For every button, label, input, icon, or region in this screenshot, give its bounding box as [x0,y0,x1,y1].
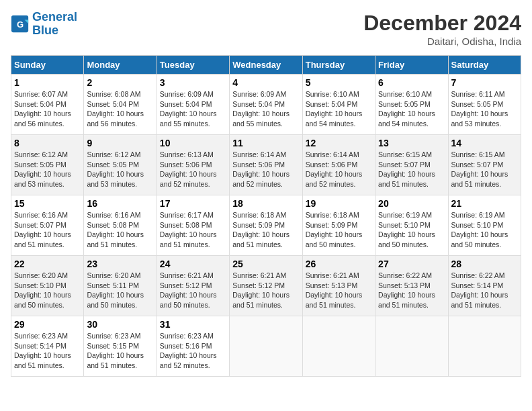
day-cell: 17Sunrise: 6:17 AM Sunset: 5:08 PM Dayli… [157,195,229,256]
day-number: 22 [14,259,81,269]
day-number: 30 [87,319,153,330]
header-wednesday: Wednesday [230,56,302,75]
day-info: Sunrise: 6:12 AM Sunset: 5:05 PM Dayligh… [87,150,153,189]
day-cell [375,316,448,377]
day-number: 13 [378,138,445,148]
calendar-table: SundayMondayTuesdayWednesdayThursdayFrid… [11,55,521,377]
day-cell: 30Sunrise: 6:23 AM Sunset: 5:15 PM Dayli… [84,316,157,377]
day-number: 8 [14,138,81,148]
day-cell: 5Sunrise: 6:10 AM Sunset: 5:04 PM Daylig… [302,75,375,135]
day-info: Sunrise: 6:11 AM Sunset: 5:05 PM Dayligh… [451,89,518,129]
day-cell: 4Sunrise: 6:09 AM Sunset: 5:04 PM Daylig… [230,75,302,135]
header-friday: Friday [375,56,448,75]
week-row-2: 8Sunrise: 6:12 AM Sunset: 5:05 PM Daylig… [11,135,521,195]
calendar-header-row: SundayMondayTuesdayWednesdayThursdayFrid… [11,56,521,75]
day-info: Sunrise: 6:09 AM Sunset: 5:04 PM Dayligh… [232,89,299,129]
logo-text: General Blue [32,11,77,38]
day-info: Sunrise: 6:18 AM Sunset: 5:09 PM Dayligh… [232,210,299,250]
day-cell [302,316,375,377]
day-cell: 24Sunrise: 6:21 AM Sunset: 5:12 PM Dayli… [157,256,229,316]
day-cell: 15Sunrise: 6:16 AM Sunset: 5:07 PM Dayli… [11,195,84,256]
day-cell: 2Sunrise: 6:08 AM Sunset: 5:04 PM Daylig… [84,75,157,135]
day-number: 23 [87,259,153,269]
day-cell [448,316,521,377]
day-info: Sunrise: 6:12 AM Sunset: 5:05 PM Dayligh… [14,150,81,189]
day-number: 18 [232,198,299,209]
subtitle: Daitari, Odisha, India [363,36,521,47]
day-info: Sunrise: 6:09 AM Sunset: 5:04 PM Dayligh… [160,89,226,129]
day-number: 24 [160,259,226,269]
day-info: Sunrise: 6:20 AM Sunset: 5:10 PM Dayligh… [14,271,81,310]
day-info: Sunrise: 6:16 AM Sunset: 5:07 PM Dayligh… [14,210,81,250]
day-number: 28 [451,259,518,269]
day-number: 11 [232,138,299,148]
day-info: Sunrise: 6:18 AM Sunset: 5:09 PM Dayligh… [306,210,372,250]
logo: G General Blue [11,11,77,38]
day-cell: 9Sunrise: 6:12 AM Sunset: 5:05 PM Daylig… [84,135,157,195]
day-number: 10 [160,138,226,148]
day-cell: 14Sunrise: 6:15 AM Sunset: 5:07 PM Dayli… [448,135,521,195]
day-cell: 29Sunrise: 6:23 AM Sunset: 5:14 PM Dayli… [11,316,84,377]
day-info: Sunrise: 6:22 AM Sunset: 5:14 PM Dayligh… [451,271,518,310]
page-header: G General Blue December 2024 Daitari, Od… [11,11,521,47]
day-cell: 26Sunrise: 6:21 AM Sunset: 5:13 PM Dayli… [302,256,375,316]
day-info: Sunrise: 6:21 AM Sunset: 5:13 PM Dayligh… [306,271,372,310]
day-info: Sunrise: 6:10 AM Sunset: 5:05 PM Dayligh… [378,89,445,129]
day-cell: 3Sunrise: 6:09 AM Sunset: 5:04 PM Daylig… [157,75,229,135]
day-cell: 12Sunrise: 6:14 AM Sunset: 5:06 PM Dayli… [302,135,375,195]
day-info: Sunrise: 6:10 AM Sunset: 5:04 PM Dayligh… [306,89,372,129]
day-cell: 13Sunrise: 6:15 AM Sunset: 5:07 PM Dayli… [375,135,448,195]
day-cell: 28Sunrise: 6:22 AM Sunset: 5:14 PM Dayli… [448,256,521,316]
day-info: Sunrise: 6:21 AM Sunset: 5:12 PM Dayligh… [160,271,226,310]
day-number: 29 [14,319,81,330]
day-info: Sunrise: 6:20 AM Sunset: 5:11 PM Dayligh… [87,271,153,310]
day-number: 17 [160,198,226,209]
day-number: 21 [451,198,518,209]
day-cell [230,316,302,377]
week-row-1: 1Sunrise: 6:07 AM Sunset: 5:04 PM Daylig… [11,75,521,135]
header-saturday: Saturday [448,56,521,75]
day-number: 9 [87,138,153,148]
week-row-4: 22Sunrise: 6:20 AM Sunset: 5:10 PM Dayli… [11,256,521,316]
day-cell: 10Sunrise: 6:13 AM Sunset: 5:06 PM Dayli… [157,135,229,195]
day-number: 27 [378,259,445,269]
day-number: 3 [160,77,226,88]
day-info: Sunrise: 6:08 AM Sunset: 5:04 PM Dayligh… [87,89,153,129]
day-number: 7 [451,77,518,88]
day-info: Sunrise: 6:21 AM Sunset: 5:12 PM Dayligh… [232,271,299,310]
day-number: 6 [378,77,445,88]
day-number: 12 [306,138,372,148]
day-number: 26 [306,259,372,269]
day-cell: 22Sunrise: 6:20 AM Sunset: 5:10 PM Dayli… [11,256,84,316]
header-thursday: Thursday [302,56,375,75]
day-info: Sunrise: 6:15 AM Sunset: 5:07 PM Dayligh… [451,150,518,189]
day-info: Sunrise: 6:23 AM Sunset: 5:14 PM Dayligh… [14,331,81,371]
day-number: 2 [87,77,153,88]
day-number: 25 [232,259,299,269]
day-number: 4 [232,77,299,88]
header-monday: Monday [84,56,157,75]
day-info: Sunrise: 6:22 AM Sunset: 5:13 PM Dayligh… [378,271,445,310]
day-number: 19 [306,198,372,209]
header-tuesday: Tuesday [157,56,229,75]
day-cell: 27Sunrise: 6:22 AM Sunset: 5:13 PM Dayli… [375,256,448,316]
day-info: Sunrise: 6:14 AM Sunset: 5:06 PM Dayligh… [306,150,372,189]
day-cell: 11Sunrise: 6:14 AM Sunset: 5:06 PM Dayli… [230,135,302,195]
day-number: 14 [451,138,518,148]
day-info: Sunrise: 6:23 AM Sunset: 5:16 PM Dayligh… [160,331,226,371]
day-info: Sunrise: 6:07 AM Sunset: 5:04 PM Dayligh… [14,89,81,129]
day-number: 5 [306,77,372,88]
day-info: Sunrise: 6:15 AM Sunset: 5:07 PM Dayligh… [378,150,445,189]
week-row-3: 15Sunrise: 6:16 AM Sunset: 5:07 PM Dayli… [11,195,521,256]
day-number: 20 [378,198,445,209]
day-info: Sunrise: 6:19 AM Sunset: 5:10 PM Dayligh… [378,210,445,250]
day-cell: 19Sunrise: 6:18 AM Sunset: 5:09 PM Dayli… [302,195,375,256]
day-cell: 6Sunrise: 6:10 AM Sunset: 5:05 PM Daylig… [375,75,448,135]
main-title: December 2024 [363,11,521,36]
svg-text:G: G [17,19,24,29]
day-number: 1 [14,77,81,88]
day-cell: 1Sunrise: 6:07 AM Sunset: 5:04 PM Daylig… [11,75,84,135]
logo-icon: G [11,15,30,34]
day-info: Sunrise: 6:13 AM Sunset: 5:06 PM Dayligh… [160,150,226,189]
day-cell: 16Sunrise: 6:16 AM Sunset: 5:08 PM Dayli… [84,195,157,256]
